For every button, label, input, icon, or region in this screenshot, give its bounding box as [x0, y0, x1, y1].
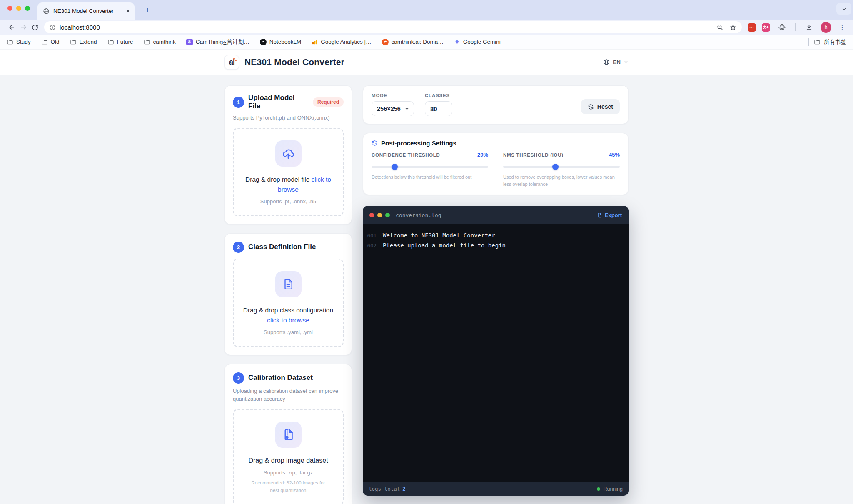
language-value: EN [613, 59, 621, 65]
post-processing-title: Post-processing Settings [381, 140, 456, 147]
logs-total-label: logs total [369, 486, 400, 492]
confidence-slider[interactable] [372, 164, 488, 170]
confidence-help-text: Detections below this threshold will be … [372, 174, 488, 181]
dropzone-support-text: Supports .pt, .onnx, .h5 [239, 198, 337, 205]
log-terminal: conversion.log Export 001 Welcome to NE3… [363, 206, 629, 496]
cloud-upload-icon [275, 140, 302, 167]
globe-icon [603, 59, 610, 65]
tab-overflow-chevron-icon[interactable] [836, 3, 851, 15]
folder-icon [41, 39, 48, 45]
step3-title: Calibration Dataset [248, 374, 313, 382]
zoom-out-page-icon[interactable] [716, 24, 723, 31]
step2-number-badge: 2 [233, 242, 244, 253]
dropzone-support-text: Supports .zip, .tar.gz [239, 469, 337, 476]
browser-window: NE301 Model Converter + localhost:8000 [0, 0, 853, 504]
step1-card: 1 Upload Model File Required Supports Py… [224, 85, 352, 225]
step1-subtitle: Supports PyTorch(.pt) and ONNX(.onnx) [233, 114, 344, 122]
document-icon [275, 271, 302, 297]
confidence-slider-thumb[interactable] [392, 164, 398, 170]
terminal-body[interactable]: 001 Welcome to NE301 Model Converter 002… [363, 224, 629, 482]
post-processing-card: Post-processing Settings CONFIDENCE THRE… [363, 133, 629, 195]
dropzone-support-text: Supports .yaml, .yml [239, 329, 337, 335]
new-tab-button[interactable]: + [142, 4, 153, 16]
folder-icon [70, 39, 77, 45]
bookmark-folder-old[interactable]: Old [41, 39, 60, 45]
gemini-icon [454, 39, 460, 45]
zoom-window-button[interactable] [25, 6, 30, 11]
terminal-header: conversion.log Export [363, 206, 629, 224]
adblock-extension-icon[interactable]: ⋯ [748, 23, 756, 32]
all-bookmarks-label[interactable]: 所有书签 [824, 38, 846, 46]
step3-subtitle: Uploading a calibration dataset can impr… [233, 387, 344, 403]
camthink-site-icon [382, 39, 389, 45]
bookmark-google-gemini[interactable]: Google Gemini [454, 39, 501, 45]
classes-input[interactable] [425, 101, 452, 116]
app-header: ai NE301 Model Converter EN [0, 50, 853, 75]
notebooklm-icon [260, 39, 267, 45]
url-bar[interactable]: localhost:8000 [44, 21, 742, 33]
tab-strip: NE301 Model Converter + [0, 0, 853, 20]
class-file-dropzone[interactable]: Drag & drop class configuration click to… [233, 259, 344, 347]
close-window-button[interactable] [7, 6, 12, 11]
settings-column: MODE 256×256 CLASSES [363, 85, 629, 504]
analytics-icon [312, 39, 318, 45]
dropzone-note: Recommended: 32-100 images for best quan… [247, 479, 330, 494]
bookmark-camthink-plan[interactable]: ❋ CamThink运营计划… [186, 38, 249, 46]
browse-link[interactable]: click to browse [267, 317, 309, 324]
dataset-dropzone[interactable]: Drag & drop image dataset Supports .zip,… [233, 409, 344, 504]
folder-icon [144, 39, 150, 45]
model-file-dropzone[interactable]: Drag & drop model file click to browse S… [233, 128, 344, 216]
mode-select[interactable]: 256×256 [372, 101, 414, 116]
browser-menu-icon[interactable]: ⋮ [837, 23, 847, 31]
back-icon[interactable] [6, 22, 17, 33]
refresh-icon [588, 104, 594, 110]
reset-button[interactable]: Reset [581, 99, 620, 114]
reload-icon[interactable] [29, 22, 41, 33]
site-info-icon[interactable] [49, 24, 56, 31]
upload-steps-column: 1 Upload Model File Required Supports Py… [224, 85, 352, 504]
model-settings-card: MODE 256×256 CLASSES [363, 85, 629, 124]
downloads-icon[interactable] [803, 22, 815, 33]
folder-icon [107, 39, 114, 45]
terminal-footer: logs total2 Running [363, 482, 629, 496]
mode-label: MODE [372, 93, 414, 98]
tab-close-icon[interactable] [126, 9, 130, 13]
step2-title: Class Definition File [248, 243, 316, 251]
bookmark-star-icon[interactable] [729, 24, 737, 31]
running-status-dot [597, 487, 600, 491]
nms-value: 45% [609, 152, 620, 158]
page-title: NE301 Model Converter [244, 57, 344, 67]
language-selector[interactable]: EN [603, 59, 629, 65]
translate-extension-icon[interactable]: 文A [762, 23, 770, 32]
minimize-window-button[interactable] [16, 6, 21, 11]
archive-file-icon [275, 422, 302, 448]
chevron-down-icon [404, 106, 409, 111]
log-line: 002 Please upload a model file to begin [363, 240, 629, 250]
all-bookmarks-folder-icon [814, 39, 821, 45]
nms-slider[interactable] [503, 164, 620, 170]
dropzone-text: Drag & drop model file click to browse [239, 175, 337, 195]
browser-tab[interactable]: NE301 Model Converter [37, 2, 135, 20]
logs-count: 2 [402, 486, 406, 492]
dropzone-text: Drag & drop class configuration click to… [239, 305, 337, 325]
step3-card: 3 Calibration Dataset Uploading a calibr… [224, 364, 352, 504]
profile-avatar[interactable]: h [821, 22, 831, 33]
bookmark-folder-camthink[interactable]: camthink [144, 39, 176, 45]
export-button[interactable]: Export [597, 212, 622, 218]
bookmark-google-analytics[interactable]: Google Analytics |… [312, 39, 371, 45]
folder-icon [7, 39, 13, 45]
bookmark-notebooklm[interactable]: NotebookLM [260, 39, 302, 45]
window-controls [7, 6, 30, 11]
nms-slider-thumb[interactable] [552, 164, 559, 170]
nms-label: NMS THRESHOLD (IOU) [503, 152, 564, 157]
forward-icon[interactable] [17, 22, 29, 33]
extensions-puzzle-icon[interactable] [776, 22, 788, 33]
log-line: 001 Welcome to NE301 Model Converter [363, 230, 629, 240]
step3-number-badge: 3 [233, 372, 244, 384]
chevron-down-icon [624, 60, 629, 65]
bookmark-folder-study[interactable]: Study [7, 39, 31, 45]
bookmark-folder-future[interactable]: Future [107, 39, 133, 45]
page-content: ai NE301 Model Converter EN [0, 50, 853, 504]
bookmark-folder-extend[interactable]: Extend [70, 39, 97, 45]
bookmark-camthink-site[interactable]: camthink.ai: Doma… [382, 39, 444, 45]
